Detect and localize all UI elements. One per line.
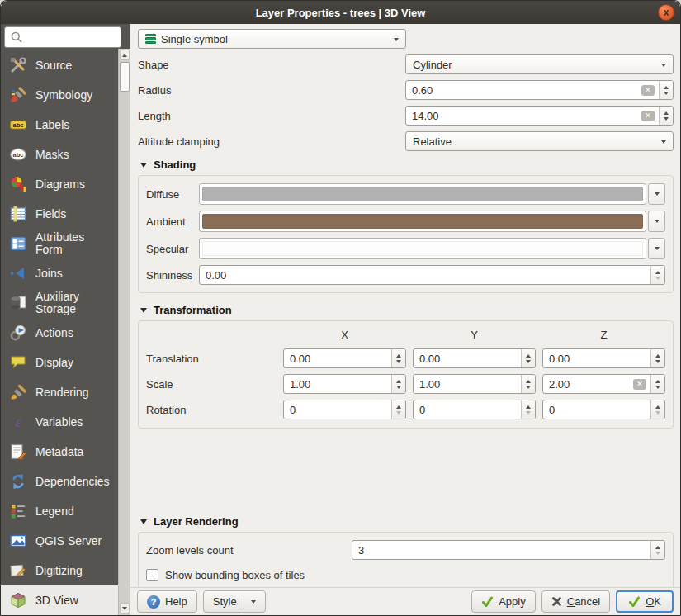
spin-buttons[interactable] <box>650 375 664 393</box>
ambient-color-menu-button[interactable] <box>648 211 665 232</box>
diffuse-color-menu-button[interactable] <box>648 183 665 205</box>
spin-buttons[interactable] <box>659 81 673 99</box>
shape-select[interactable]: Cylinder <box>405 54 674 74</box>
sidebar-item-label: 3D View <box>35 595 113 607</box>
sidebar-item-joins[interactable]: Joins <box>1 258 118 288</box>
help-button[interactable]: ? Help <box>137 590 197 613</box>
search-icon <box>10 31 23 44</box>
sidebar-item-auxiliary-storage[interactable]: Auxiliary Storage <box>1 288 118 318</box>
ok-button[interactable]: OK <box>616 590 674 613</box>
scale-label: Scale <box>146 378 277 391</box>
diagrams-icon <box>8 175 28 193</box>
translation-y-spinbox[interactable]: 0.00 <box>413 348 536 368</box>
transformation-group-header[interactable]: Transformation <box>140 303 674 317</box>
spin-buttons[interactable] <box>659 107 673 125</box>
sidebar-item-symbology[interactable]: Symbology <box>1 80 118 110</box>
altitude-clamping-select[interactable]: Relative <box>405 131 674 151</box>
sidebar-item-variables[interactable]: εVariables <box>1 407 118 437</box>
scroll-down-icon[interactable] <box>120 603 130 614</box>
sidebar-item-3d-view[interactable]: 3D View <box>1 585 118 615</box>
sidebar-item-display[interactable]: Display <box>1 348 118 377</box>
sidebar-item-label: Actions <box>35 327 113 339</box>
svg-text:abc: abc <box>13 121 24 129</box>
scroll-thumb[interactable] <box>120 62 130 92</box>
zoom-levels-spinbox[interactable]: 3 <box>352 540 665 560</box>
sidebar-item-fields[interactable]: Fields <box>1 199 118 229</box>
sidebar-item-diagrams[interactable]: Diagrams <box>1 169 118 199</box>
show-bounding-boxes-row[interactable]: Show bounding boxes of tiles <box>146 566 665 583</box>
spin-buttons[interactable] <box>391 349 405 367</box>
masks-icon: abc <box>8 145 28 163</box>
specular-color-button[interactable] <box>199 238 646 259</box>
search-input[interactable] <box>4 26 121 48</box>
spin-buttons[interactable] <box>650 400 664 419</box>
ambient-swatch <box>202 214 643 229</box>
joins-icon <box>8 264 28 282</box>
sidebar-item-digitizing[interactable]: Digitizing <box>1 556 118 585</box>
renderer-select[interactable]: Single symbol <box>138 29 406 49</box>
sidebar-list: SourceSymbologyabcLabelsabcMasksDiagrams… <box>1 50 118 615</box>
rotation-z-spinbox[interactable]: 0 <box>542 400 665 419</box>
shininess-spinbox[interactable]: 0.00 <box>199 265 665 285</box>
clear-icon[interactable]: ✕ <box>633 379 646 390</box>
translation-label: Translation <box>146 353 277 365</box>
scale-x-spinbox[interactable]: 1.00 <box>283 374 406 394</box>
show-bounding-boxes-checkbox[interactable] <box>146 569 158 581</box>
sidebar-item-attributes-form[interactable]: Attributes Form <box>1 229 118 258</box>
sidebar-item-metadata[interactable]: Metadata <box>1 437 118 467</box>
spin-buttons[interactable] <box>521 375 535 393</box>
ambient-color-button[interactable] <box>199 211 646 232</box>
sidebar-item-qgis-server[interactable]: QGIS Server <box>1 526 118 556</box>
spin-buttons[interactable] <box>521 400 535 419</box>
scale-y-spinbox[interactable]: 1.00 <box>413 374 536 394</box>
spin-buttons[interactable] <box>391 400 405 419</box>
diffuse-color-button[interactable] <box>199 183 646 205</box>
cancel-button-accel: C <box>567 595 575 608</box>
rotation-x-spinbox[interactable]: 0 <box>283 400 406 419</box>
translation-y-value: 0.00 <box>414 353 521 365</box>
sidebar-item-label: Variables <box>35 416 113 429</box>
help-button-label: Help <box>165 595 187 608</box>
spin-buttons[interactable] <box>391 375 405 393</box>
sidebar-item-actions[interactable]: Actions <box>1 318 118 348</box>
column-y-label: Y <box>413 329 536 343</box>
style-button[interactable]: Style <box>203 590 266 613</box>
sidebar-item-labels[interactable]: abcLabels <box>1 110 118 140</box>
specular-swatch <box>202 241 643 256</box>
style-button-label: Style <box>213 595 237 608</box>
scale-y-value: 1.00 <box>414 378 521 391</box>
transformation-title: Transformation <box>154 304 232 316</box>
cancel-button[interactable]: Cancel <box>541 590 610 613</box>
translation-x-spinbox[interactable]: 0.00 <box>283 348 406 368</box>
sidebar-scrollbar[interactable] <box>118 49 130 615</box>
clear-icon[interactable]: ✕ <box>641 111 655 121</box>
translation-x-value: 0.00 <box>284 353 391 365</box>
sidebar-item-legend[interactable]: Legend <box>1 496 118 526</box>
diffuse-label: Diffuse <box>146 188 199 201</box>
scale-z-spinbox[interactable]: 2.00 ✕ <box>542 374 665 394</box>
length-spinbox[interactable]: 14.00 ✕ <box>405 106 674 126</box>
spin-buttons[interactable] <box>521 349 535 367</box>
layer-rendering-group-header[interactable]: Layer Rendering <box>140 514 674 528</box>
clear-icon[interactable]: ✕ <box>641 85 655 96</box>
sidebar-item-source[interactable]: Source <box>1 50 118 80</box>
spin-buttons[interactable] <box>650 541 664 559</box>
shading-group-header[interactable]: Shading <box>140 158 674 172</box>
spin-buttons[interactable] <box>650 349 664 367</box>
diffuse-swatch <box>202 187 643 201</box>
sidebar-item-dependencies[interactable]: Dependencies <box>1 467 118 496</box>
specular-color-menu-button[interactable] <box>648 238 665 259</box>
symbology-icon <box>8 86 28 104</box>
sidebar-item-rendering[interactable]: Rendering <box>1 377 118 407</box>
altitude-clamping-label: Altitude clamping <box>138 135 405 148</box>
rotation-y-spinbox[interactable]: 0 <box>413 400 536 419</box>
scroll-up-icon[interactable] <box>120 50 130 60</box>
radius-spinbox[interactable]: 0.60 ✕ <box>405 80 674 100</box>
show-bounding-boxes-label: Show bounding boxes of tiles <box>165 569 305 581</box>
translation-z-spinbox[interactable]: 0.00 <box>542 348 665 368</box>
apply-button[interactable]: Apply <box>471 590 536 613</box>
close-icon[interactable]: x <box>658 4 674 21</box>
sidebar-item-masks[interactable]: abcMasks <box>1 140 118 169</box>
transformation-group: X Y Z Translation 0.00 0.00 0.00 Scale <box>138 320 674 429</box>
spin-buttons[interactable] <box>650 266 664 284</box>
